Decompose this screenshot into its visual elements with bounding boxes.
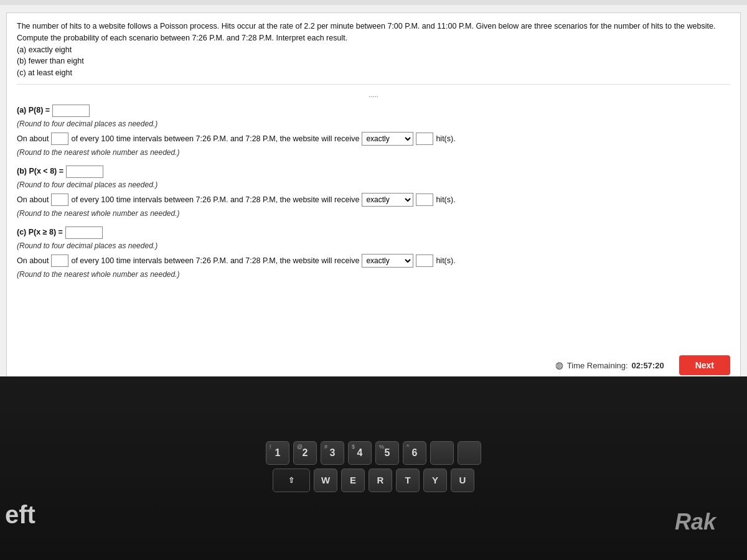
section-a-suffix: hit(s). bbox=[436, 134, 455, 143]
key-5[interactable]: % 5 bbox=[375, 441, 399, 465]
section-c-prefix: On about bbox=[17, 256, 49, 265]
question-header: The number of hits to a website follows … bbox=[17, 21, 730, 85]
keyboard-number-row: ! 1 @ 2 # 3 $ 4 % 5 ^ 6 bbox=[266, 441, 481, 465]
section-b-label: (b) P(x < 8) = bbox=[17, 167, 63, 175]
question-panel: The number of hits to a website follows … bbox=[6, 12, 741, 386]
key-w[interactable]: W bbox=[314, 469, 337, 492]
section-c-interpret-row: On about of every 100 time intervals bet… bbox=[17, 254, 730, 268]
next-button[interactable]: Next bbox=[679, 355, 730, 375]
keyboard-area: eft Rak ! 1 @ 2 # 3 $ 4 % 5 bbox=[0, 376, 747, 560]
keyboard-right-label: Rak bbox=[675, 509, 716, 535]
section-c-about-input[interactable] bbox=[51, 254, 68, 267]
section-c-round-note2: (Round to the nearest whole number as ne… bbox=[17, 270, 730, 279]
section-b-prefix: On about bbox=[17, 195, 49, 204]
key-1[interactable]: ! 1 bbox=[266, 441, 289, 465]
key-6[interactable]: ^ 6 bbox=[403, 441, 426, 465]
question-panel-wrapper: The number of hits to a website follows … bbox=[0, 5, 747, 388]
section-a-about-input[interactable] bbox=[51, 133, 68, 145]
section-b-suffix: hit(s). bbox=[436, 195, 455, 204]
key-8[interactable] bbox=[458, 441, 481, 465]
section-b-round-note2: (Round to the nearest whole number as ne… bbox=[17, 209, 730, 218]
section-c-suffix: hit(s). bbox=[436, 256, 455, 265]
key-y[interactable]: Y bbox=[423, 469, 447, 492]
section-c-hits-input[interactable] bbox=[416, 254, 433, 267]
key-u[interactable]: U bbox=[451, 469, 474, 492]
section-a: (a) P(8) = (Round to four decimal places… bbox=[17, 105, 730, 157]
key-t[interactable]: T bbox=[396, 469, 420, 492]
section-c-round-note: (Round to four decimal places as needed.… bbox=[17, 241, 730, 250]
section-c: (c) P(x ≥ 8) = (Round to four decimal pl… bbox=[17, 226, 730, 279]
section-a-round-note: (Round to four decimal places as needed.… bbox=[17, 119, 730, 128]
section-a-middle: of every 100 time intervals between 7:26… bbox=[71, 134, 359, 143]
part-b-label: (b) fewer than eight bbox=[17, 57, 84, 65]
section-b-about-input[interactable] bbox=[51, 194, 68, 206]
key-e[interactable]: E bbox=[341, 469, 365, 492]
section-c-title-row: (c) P(x ≥ 8) = bbox=[17, 226, 730, 239]
section-a-dropdown[interactable]: exactly fewer than at least bbox=[362, 132, 413, 146]
section-a-prefix: On about bbox=[17, 134, 49, 143]
screen: The number of hits to a website follows … bbox=[0, 0, 747, 560]
key-shift-left[interactable]: ⇧ bbox=[273, 469, 310, 492]
section-b-hits-input[interactable] bbox=[416, 194, 433, 206]
dots-row: ..... bbox=[17, 91, 730, 98]
section-c-label: (c) P(x ≥ 8) = bbox=[17, 228, 63, 236]
section-b-dropdown[interactable]: exactly fewer than at least bbox=[362, 193, 413, 207]
time-remaining: ◍ Time Remaining: 02:57:20 bbox=[555, 360, 664, 371]
key-3[interactable]: # 3 bbox=[321, 441, 344, 465]
key-4[interactable]: $ 4 bbox=[348, 441, 372, 465]
section-c-answer-input[interactable] bbox=[65, 226, 103, 239]
section-b-answer-input[interactable] bbox=[66, 166, 103, 178]
section-c-middle: of every 100 time intervals between 7:26… bbox=[71, 256, 359, 265]
dots: ..... bbox=[369, 91, 378, 98]
section-a-interpret-row: On about of every 100 time intervals bet… bbox=[17, 132, 730, 146]
section-b: (b) P(x < 8) = (Round to four decimal pl… bbox=[17, 166, 730, 218]
section-a-title-row: (a) P(8) = bbox=[17, 105, 730, 117]
section-b-title-row: (b) P(x < 8) = bbox=[17, 166, 730, 178]
section-b-round-note: (Round to four decimal places as needed.… bbox=[17, 180, 730, 189]
section-a-answer-input[interactable] bbox=[52, 105, 90, 117]
section-b-interpret-row: On about of every 100 time intervals bet… bbox=[17, 193, 730, 207]
section-a-hits-input[interactable] bbox=[416, 133, 433, 145]
key-2[interactable]: @ 2 bbox=[293, 441, 317, 465]
key-7[interactable] bbox=[430, 441, 454, 465]
keyboard-left-label: eft bbox=[5, 501, 35, 529]
key-r[interactable]: R bbox=[369, 469, 392, 492]
timer-label: Time Remaining: bbox=[567, 361, 628, 370]
top-bar bbox=[0, 0, 747, 5]
section-c-dropdown[interactable]: exactly fewer than at least bbox=[362, 254, 413, 268]
keyboard-letter-row: ⇧ W E R T Y U bbox=[273, 469, 474, 492]
question-prompt: The number of hits to a website follows … bbox=[17, 22, 715, 42]
section-b-middle: of every 100 time intervals between 7:26… bbox=[71, 195, 359, 204]
clock-icon: ◍ bbox=[555, 360, 563, 371]
timer-value: 02:57:20 bbox=[632, 361, 664, 370]
bottom-action-bar: ◍ Time Remaining: 02:57:20 Next bbox=[555, 355, 730, 375]
section-a-round-note2: (Round to the nearest whole number as ne… bbox=[17, 148, 730, 157]
part-c-label: (c) at least eight bbox=[17, 68, 72, 77]
section-a-label: (a) P(8) = bbox=[17, 106, 50, 114]
part-a-label: (a) exactly eight bbox=[17, 45, 72, 54]
